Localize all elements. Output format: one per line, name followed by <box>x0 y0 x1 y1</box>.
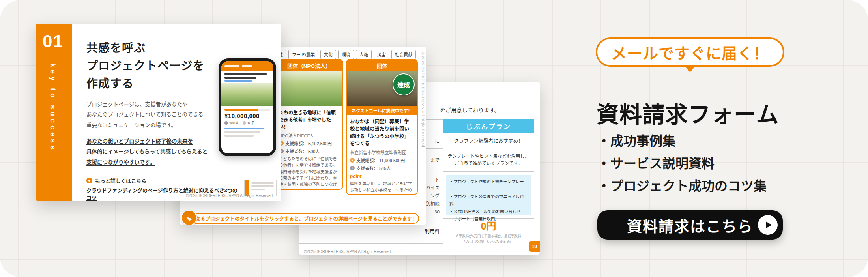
plan-description-cell: テンプレートやヒント集などを活用し、 ご自身で進めていくプランです。 <box>443 148 534 172</box>
project-supporters: 支援者数： 500人 <box>285 148 320 154</box>
plan-feature: ・プロジェクト公開までのマニュアル資料 <box>449 193 528 208</box>
cta-label: 資料請求はこちら <box>627 214 753 236</box>
project-photo <box>276 71 342 106</box>
slide-body: プロジェクトページは、支援者があなたや あなたのプロジェクトについて知ることので… <box>86 99 203 131</box>
project-title: おなかま（同釜）募集！学校と地域の当たり前を問い続ける「ふつうの小学校」をつくる <box>350 118 414 148</box>
plan-feature: ・公式LINEやメールでのお問い合わせ <box>449 208 528 215</box>
progress-bar <box>224 109 270 111</box>
document-list: ・成功事例集 ・サービス説明資料 ・プロジェクト成功のコツ集 <box>597 130 767 197</box>
plan-price-cell: 0円 ※手数料が5万円を下回る場合、最低手数料 5万円（税別）をいただきます。 <box>443 219 534 243</box>
phone-mockup: ¥10,000,000 200人 10日 <box>219 58 276 156</box>
plan-column-header: じぶんプラン <box>443 119 534 133</box>
project-photo-thumbnail <box>221 83 273 106</box>
mail-delivery-pill: メールですぐに届く！ <box>596 37 784 67</box>
project-description: 廃校を再活用し、地域とともに学ぶ新しい私立小学校をつくるためにクラウドファンディ… <box>350 180 414 195</box>
person-icon <box>350 166 355 170</box>
page-title: 資料請求フォーム <box>597 96 779 129</box>
coin-icon <box>350 158 355 163</box>
card-header: 団体（NPO法人） <box>276 60 342 71</box>
plan-feature: ・プロジェクト作成の下書きテンプレート <box>449 178 528 193</box>
category-tabs: 性 フード/農業 文化 環境 人権 災害 社会貢献 <box>275 50 416 59</box>
page-number-tab: 19 <box>529 241 540 252</box>
document-list-item: ・成功事例集 <box>597 130 767 153</box>
card-header: 団体 <box>347 60 417 71</box>
slide-number: 01 <box>43 32 64 51</box>
project-description: 子どもたちのそばに「信頼できる他者」を増やす取組である。専門研修を受けた地域支援… <box>279 155 339 190</box>
document-list-item: ・プロジェクト成功のコツ集 <box>597 175 767 198</box>
link-placeholder <box>224 80 252 82</box>
text-placeholder <box>224 77 256 79</box>
location-pin-icon <box>86 178 92 183</box>
hint-banner: 気になるプロジェクトのタイトルをクリックすると、プロジェクトの詳細ページを見るこ… <box>183 213 419 224</box>
plan-features-box: ・プロジェクト作成の下書きテンプレート ・プロジェクト公開までのマニュアル資料 … <box>446 175 531 215</box>
link-placeholder <box>224 128 264 129</box>
category-tab: 文化 <box>320 50 336 59</box>
project-supporters: 支援者数： 545人 <box>356 165 391 171</box>
category-tab: 社会貢献 <box>391 50 416 59</box>
slide-copyright-vertical: ©2025 BORDERLESS JAPAN All Right Reserve… <box>421 52 425 147</box>
plan-price: 0円 <box>481 218 496 232</box>
slide-key-to-success: 01 key to success 共感を呼ぶ プロジェクトページを 作成する … <box>36 24 281 201</box>
raised-amount: ¥10,000,000 <box>224 112 270 119</box>
project-org: NPO法人PIECES <box>279 132 339 138</box>
slide-footer-copyright: ©2025 BORDERLESS JAPAN All Right Reserve… <box>304 249 391 254</box>
plan-features-cell: ・プロジェクト作成の下書きテンプレート ・プロジェクト公開までのマニュアル資料 … <box>443 172 534 219</box>
arrow-circle <box>758 215 778 235</box>
slide-emphasis: あなたの想いとプロジェクト終了後の未来を 具体的にイメージしてもらって共感しても… <box>86 137 208 168</box>
project-total: 支援総額： 5,102,500円 <box>285 140 332 146</box>
partial-sentence: をご用意しております。 <box>440 106 500 114</box>
project-title: たちの生きる地域に「信頼 できる他者」を増やしたい！ <box>279 109 339 131</box>
table-row-label-fee: 利用料 <box>299 227 440 235</box>
next-goal-strip: ネクストゴールに挑戦中です！ <box>347 106 417 115</box>
plan-price-note: ※手数料が5万円を下回る場合、最低手数料 5万円（税別）をいただきます。 <box>456 234 521 244</box>
more-info-label: もっと詳しくはこちら <box>95 177 146 184</box>
project-org: 私立新留小学校設立準備財団 <box>350 149 414 155</box>
category-tab: 人権 <box>356 50 372 59</box>
promo-banner: をご用意しております。 に まで ート バイス ング 別相談 30 利用料 じぶ… <box>0 0 868 277</box>
achieved-badge: 達成 <box>393 73 415 95</box>
document-list-item: ・サービス説明資料 <box>597 153 767 175</box>
phone-screen: ¥10,000,000 200人 10日 <box>221 61 273 153</box>
plan-recommend-cell: クラファン経験者におすすめ！ <box>443 133 534 148</box>
project-card-npo: 団体（NPO法人） たちの生きる地域に「信頼 できる他者」を増やしたい！ NPO… <box>275 59 343 190</box>
text-placeholder <box>224 131 260 133</box>
clock-icon <box>243 121 246 125</box>
phone-app-header <box>221 61 273 71</box>
text-placeholder <box>224 73 267 75</box>
supporters-icon <box>224 121 228 125</box>
more-info-row: もっと詳しくはこちら <box>86 177 146 184</box>
cursor-icon <box>186 215 192 221</box>
days-left-stat: 10日 <box>243 120 255 125</box>
project-photo: 達成 <box>347 71 417 106</box>
request-documents-button[interactable]: 資料請求はこちら <box>597 210 783 240</box>
category-tab: 災害 <box>374 50 389 59</box>
supporters-stat: 200人 <box>224 120 239 125</box>
sidebar-vertical-text: key to success <box>49 63 57 152</box>
arrow-right-icon <box>766 221 772 228</box>
table-divider <box>299 243 443 244</box>
click-icon <box>181 210 197 225</box>
category-tab: フード/農業 <box>288 50 318 59</box>
project-card-school: 団体 達成 ネクストゴールに挑戦中です！ おなかま（同釜）募集！学校と地域の当た… <box>346 59 418 195</box>
slide-title: 共感を呼ぶ プロジェクトページを 作成する <box>86 39 204 93</box>
slide-footer-copyright: ©2025 BORDERLESS JAPAN All Right Reserve… <box>186 193 273 198</box>
text-placeholder <box>224 135 254 137</box>
project-total: 支援総額： 11,909,500円 <box>356 157 405 163</box>
category-tab: 環境 <box>338 50 354 59</box>
point-label: point <box>350 174 414 179</box>
